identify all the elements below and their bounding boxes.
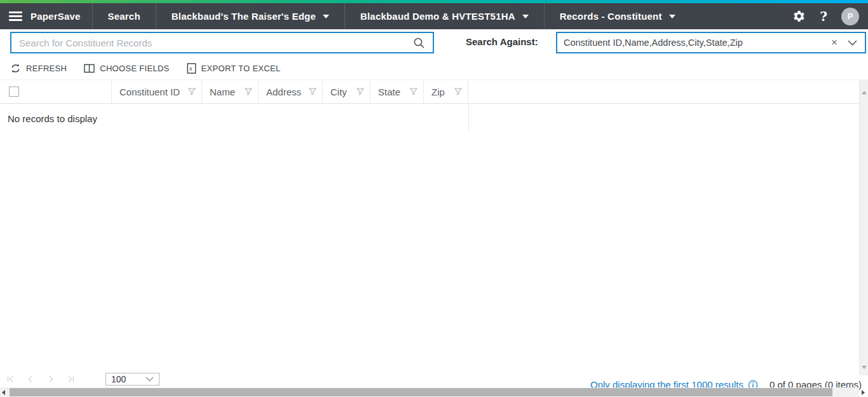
column-header-zip[interactable]: Zip [424,80,468,103]
previous-page-button[interactable] [25,374,36,384]
choose-fields-button[interactable]: CHOOSE FIELDS [84,64,169,73]
choose-fields-label: CHOOSE FIELDS [100,64,169,73]
filter-funnel-icon[interactable] [245,88,252,95]
next-page-button[interactable] [46,374,56,384]
top-navbar: PaperSave Search Blackbaud's The Raiser'… [0,3,868,29]
search-icon [413,37,425,49]
columns-icon [84,64,95,73]
column-label: City [330,87,347,97]
clear-selection-button[interactable]: × [824,36,845,49]
avatar-initial: P [848,11,853,21]
nav-dropdown-integration[interactable]: Blackbaud's The Raiser's Edge [156,3,344,29]
close-icon: × [831,36,837,48]
seek-first-icon [5,374,15,384]
column-header-address[interactable]: Address [259,80,323,103]
svg-text:x: x [189,66,193,72]
column-label: Address [266,87,301,97]
last-page-button[interactable] [66,374,76,384]
filter-funnel-icon[interactable] [410,88,417,95]
search-button[interactable] [413,37,425,49]
user-avatar[interactable]: P [841,8,859,25]
filter-funnel-icon[interactable] [188,88,196,95]
horizontal-scrollbar-thumb[interactable] [10,388,832,396]
chevron-right-icon [46,374,56,384]
column-header-name[interactable]: Name [202,80,259,103]
help-button[interactable]: ? [820,9,827,24]
scroll-down-arrow-icon[interactable] [862,366,867,369]
grid-toolbar: REFRESH CHOOSE FIELDS x EXPORT TO EXCEL [10,58,281,78]
grid-empty-row: No records to display [0,104,469,132]
search-against-select[interactable]: Constituent ID,Name,Address,City,State,Z… [556,32,866,53]
filter-funnel-icon[interactable] [454,88,462,95]
column-header-constituent-id[interactable]: Constituent ID [112,80,202,103]
column-label: Constituent ID [119,87,180,97]
column-label: Zip [431,87,445,97]
database-label: Blackbaud Demo & HVTEST51HA [360,11,515,22]
nav-dropdown-record-type[interactable]: Records - Constituent [545,3,691,29]
export-to-excel-button[interactable]: x EXPORT TO EXCEL [187,63,281,74]
search-against-value: Constituent ID,Name,Address,City,State,Z… [557,38,824,48]
nav-dropdown-database[interactable]: Blackbaud Demo & HVTEST51HA [345,3,544,29]
seek-last-icon [66,374,76,384]
chevron-down-icon [323,15,329,18]
hamburger-menu-icon[interactable] [9,11,22,21]
nav-tab-search[interactable]: Search [93,3,156,29]
chevron-down-icon [848,40,857,46]
open-dropdown-button[interactable] [845,40,865,46]
export-to-excel-label: EXPORT TO EXCEL [201,64,281,73]
papersave-search-window: PaperSave Search Blackbaud's The Raiser'… [0,0,868,397]
refresh-button[interactable]: REFRESH [10,63,67,74]
first-page-button[interactable] [5,374,15,384]
settings-button[interactable] [792,10,806,23]
refresh-icon [10,63,21,74]
page-size-value: 100 [106,374,126,384]
search-input[interactable] [11,38,413,48]
filter-funnel-icon[interactable] [309,88,316,95]
column-header-city[interactable]: City [323,80,370,103]
chevron-down-icon [669,15,675,18]
horizontal-scrollbar[interactable] [0,387,859,397]
page-size-select[interactable]: 100 [105,373,159,386]
select-all-cell [0,80,112,103]
search-box [10,32,434,53]
vertical-scrollbar[interactable] [859,80,868,375]
scroll-up-arrow-icon[interactable] [862,91,867,94]
integration-label: Blackbaud's The Raiser's Edge [172,11,316,22]
nav-brand[interactable]: PaperSave [0,3,92,29]
refresh-label: REFRESH [26,64,67,73]
record-type-label: Records - Constituent [560,11,662,22]
filter-funnel-icon[interactable] [356,88,364,95]
nav-tab-search-label: Search [108,11,140,22]
chevron-down-icon [146,377,159,382]
select-all-checkbox[interactable] [9,87,19,97]
excel-icon: x [187,63,196,74]
brand-label: PaperSave [31,11,81,22]
question-mark-icon: ? [820,9,827,24]
column-header-state[interactable]: State [370,80,424,103]
scroll-left-arrow-icon[interactable] [2,390,5,395]
scroll-right-arrow-icon[interactable] [862,390,865,395]
column-label: Name [210,87,235,97]
gear-icon [792,10,806,23]
no-records-message: No records to display [0,113,97,124]
chevron-left-icon [25,374,36,384]
column-label: State [378,87,400,97]
chevron-down-icon [522,15,529,18]
grid-header-row: Constituent ID Name Address City State [0,80,859,104]
navbar-right-actions: ? P [792,3,868,29]
search-against-label: Search Against: [466,36,538,47]
